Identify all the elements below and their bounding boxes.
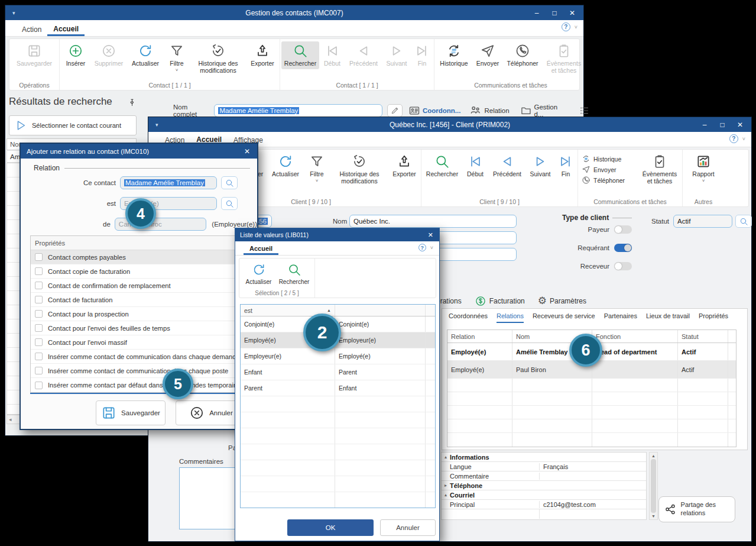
send-button[interactable]: Envoyer bbox=[472, 41, 503, 69]
value-row[interactable]: Employeur(e)Employé(e) bbox=[241, 348, 435, 364]
list-item[interactable]: Contact copie de facturation bbox=[31, 264, 249, 279]
list-item[interactable]: Insérer comme contact de communication d… bbox=[31, 364, 249, 378]
search-button[interactable]: Rechercher bbox=[276, 261, 313, 287]
list-item[interactable]: Contact comptes payables bbox=[31, 250, 249, 264]
edit-button[interactable] bbox=[387, 104, 403, 117]
dialog-titlebar[interactable]: Liste de valeurs (LIB011) ✕ bbox=[235, 228, 439, 241]
list-item[interactable]: Insérer comme contact par défaut dans le… bbox=[31, 378, 249, 392]
expanded-icon[interactable]: ▴ bbox=[442, 492, 450, 497]
last-button[interactable]: Fin bbox=[411, 41, 433, 69]
list-item[interactable]: Contact pour l'envoi des feuilles de tem… bbox=[31, 321, 249, 335]
value-row-empty[interactable] bbox=[241, 460, 435, 476]
gestion-link[interactable]: Gestion d... bbox=[520, 104, 566, 118]
export-button[interactable]: Exporter bbox=[389, 152, 420, 180]
value-row-empty[interactable] bbox=[241, 396, 435, 412]
phone-button[interactable]: Téléphoner bbox=[503, 41, 542, 69]
refresh-button[interactable]: Actualiser bbox=[127, 41, 164, 69]
first-button[interactable]: Début bbox=[462, 152, 489, 180]
search-button[interactable]: Rechercher bbox=[281, 41, 319, 69]
table-header[interactable]: est▲ bbox=[241, 305, 435, 316]
checkbox[interactable] bbox=[35, 267, 43, 275]
list-item[interactable]: Contact pour la prospection bbox=[31, 307, 249, 321]
ce-contact-field[interactable]: Madame Amélie Tremblay bbox=[120, 176, 217, 189]
grid-section[interactable]: ▸ Téléphone bbox=[442, 481, 646, 490]
filter-button[interactable]: Filtre ˅ bbox=[304, 152, 330, 185]
history-changes-button[interactable]: Historique des modifications bbox=[330, 152, 389, 187]
statut-field[interactable]: Actif bbox=[673, 215, 732, 228]
tab-proprietes[interactable]: Propriétés bbox=[699, 312, 728, 323]
pin-icon[interactable] bbox=[128, 98, 137, 107]
last-button[interactable]: Fin bbox=[555, 152, 576, 180]
tab-receveurs[interactable]: Receveurs de service bbox=[533, 312, 595, 323]
grid-scrollbar[interactable]: ▲ ▼ bbox=[649, 452, 658, 520]
history-changes-button[interactable]: Historique des modifications bbox=[190, 41, 246, 76]
value-row[interactable]: EnfantParent bbox=[241, 364, 435, 380]
est-lookup-button[interactable] bbox=[221, 197, 238, 210]
send-button[interactable]: Envoyer bbox=[582, 165, 638, 174]
ribbon-collapse-icon[interactable]: ˅ bbox=[742, 136, 745, 142]
expanded-icon[interactable]: ▴ bbox=[442, 454, 450, 460]
previous-button[interactable]: Précédent bbox=[345, 41, 382, 69]
previous-button[interactable]: Précédent bbox=[489, 152, 525, 180]
scroll-up-icon[interactable]: ▲ bbox=[651, 454, 656, 458]
save-button[interactable]: Sauvegarder bbox=[11, 41, 58, 69]
ribbon-collapse-icon[interactable]: ˅ bbox=[575, 24, 577, 30]
partage-relations-button[interactable]: Partage des relations bbox=[658, 496, 735, 522]
table-row-empty[interactable] bbox=[447, 392, 736, 406]
checkbox[interactable] bbox=[35, 253, 43, 261]
export-button[interactable]: Exporter bbox=[246, 41, 278, 69]
titlebar[interactable]: ▾ Gestion des contacts (IMC007) – □ ✕ bbox=[5, 5, 583, 20]
grid-section[interactable]: ▴ Informations bbox=[442, 453, 646, 462]
report-button[interactable]: Rapport ˅ bbox=[686, 152, 721, 185]
grid-row[interactable]: Langue Français bbox=[442, 462, 646, 471]
history-button[interactable]: Historique bbox=[582, 154, 638, 163]
minimize-button[interactable]: – bbox=[528, 9, 546, 17]
grid-row[interactable]: Principal c2104g@test.com bbox=[442, 500, 646, 509]
filter-button[interactable]: Filtre ˅ bbox=[164, 41, 190, 75]
grid-row-empty[interactable] bbox=[442, 509, 646, 519]
help-icon[interactable]: ? bbox=[418, 244, 426, 251]
requerant-toggle[interactable] bbox=[614, 244, 632, 252]
table-row-empty[interactable] bbox=[447, 379, 736, 392]
close-button[interactable]: ✕ bbox=[428, 231, 433, 239]
nom-field[interactable]: Québec Inc. bbox=[349, 215, 517, 228]
ce-contact-lookup-button[interactable] bbox=[221, 176, 238, 189]
relation-link[interactable]: Relation bbox=[469, 104, 509, 117]
next-button[interactable]: Suivant bbox=[382, 41, 411, 69]
checkbox[interactable] bbox=[35, 310, 43, 318]
table-row-empty[interactable] bbox=[447, 433, 736, 447]
list-item[interactable]: Contact de confirmation de remplacement bbox=[31, 279, 249, 293]
search-button[interactable]: Rechercher bbox=[423, 152, 462, 180]
checkbox[interactable] bbox=[35, 367, 43, 374]
maximize-button[interactable]: □ bbox=[546, 9, 563, 17]
parametres-nav[interactable]: ⚙ Paramètres bbox=[538, 295, 586, 307]
checkbox[interactable] bbox=[35, 382, 43, 389]
grid-section[interactable]: ▴ Courriel bbox=[442, 490, 646, 500]
tab-relations[interactable]: Relations bbox=[497, 312, 524, 323]
table-row-empty[interactable] bbox=[447, 419, 736, 433]
nom-complet-field[interactable]: Madame Amélie Tremblay bbox=[214, 104, 382, 117]
checkbox[interactable] bbox=[35, 353, 43, 360]
events-tasks-button[interactable]: Évènements et tâches bbox=[542, 41, 586, 76]
scroll-down-icon[interactable]: ▼ bbox=[651, 514, 656, 518]
checkbox[interactable] bbox=[35, 338, 43, 346]
list-view-icon[interactable] bbox=[579, 105, 589, 117]
ribbon-collapse-icon[interactable]: ˅ bbox=[430, 245, 433, 251]
statut-lookup-button[interactable] bbox=[735, 215, 752, 228]
value-row-empty[interactable] bbox=[241, 444, 435, 460]
payeur-toggle[interactable] bbox=[614, 225, 632, 234]
phone-button[interactable]: Téléphoner bbox=[582, 176, 638, 185]
value-row-empty[interactable] bbox=[241, 428, 435, 444]
tab-accueil[interactable]: Accueil bbox=[47, 21, 85, 36]
receveur-toggle[interactable] bbox=[614, 262, 632, 270]
refresh-button[interactable]: Actualiser bbox=[242, 261, 276, 287]
ok-button[interactable]: OK bbox=[287, 519, 374, 536]
value-row[interactable]: ParentEnfant bbox=[241, 380, 435, 396]
list-item[interactable]: Contact pour l'envoi massif bbox=[31, 335, 249, 350]
tab-partenaires[interactable]: Partenaires bbox=[604, 312, 637, 323]
close-button[interactable]: ✕ bbox=[563, 9, 581, 17]
tab-accueil[interactable]: Accueil bbox=[244, 241, 278, 255]
dialog-save-button[interactable]: Sauvegarder bbox=[96, 400, 166, 425]
close-button[interactable]: ✕ bbox=[731, 121, 749, 129]
coordonnees-link[interactable]: Coordonn... bbox=[408, 105, 461, 117]
